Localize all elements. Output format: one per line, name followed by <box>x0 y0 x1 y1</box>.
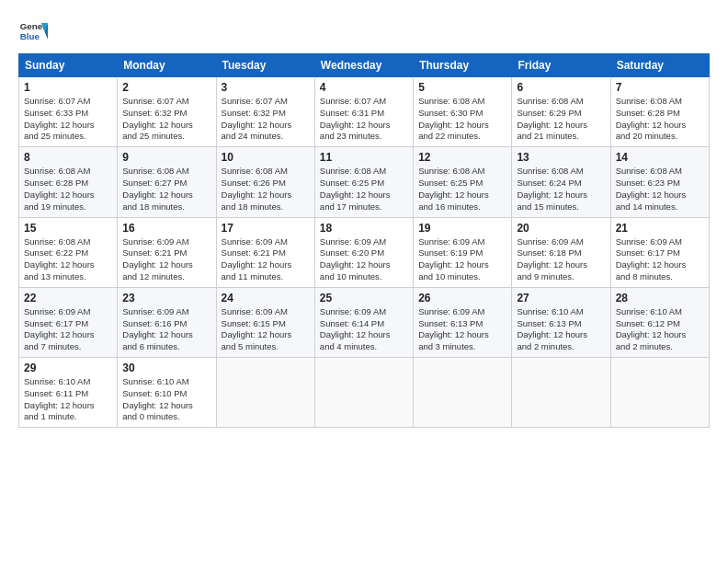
calendar-cell: 9Sunrise: 6:08 AM Sunset: 6:27 PM Daylig… <box>118 147 216 217</box>
day-info: Sunrise: 6:08 AM Sunset: 6:27 PM Dayligh… <box>122 166 210 213</box>
day-info: Sunrise: 6:07 AM Sunset: 6:32 PM Dayligh… <box>122 96 210 143</box>
calendar-cell: 25Sunrise: 6:09 AM Sunset: 6:14 PM Dayli… <box>314 287 413 357</box>
day-info: Sunrise: 6:08 AM Sunset: 6:30 PM Dayligh… <box>418 96 506 143</box>
calendar-cell <box>216 358 314 428</box>
calendar-cell: 21Sunrise: 6:09 AM Sunset: 6:17 PM Dayli… <box>610 217 709 287</box>
day-info: Sunrise: 6:10 AM Sunset: 6:11 PM Dayligh… <box>24 376 112 423</box>
calendar-cell <box>414 358 512 428</box>
day-info: Sunrise: 6:09 AM Sunset: 6:18 PM Dayligh… <box>517 236 605 283</box>
calendar-cell <box>314 358 413 428</box>
day-info: Sunrise: 6:09 AM Sunset: 6:14 PM Dayligh… <box>320 306 408 353</box>
calendar-cell: 26Sunrise: 6:09 AM Sunset: 6:13 PM Dayli… <box>414 287 512 357</box>
day-number: 13 <box>517 151 605 164</box>
day-info: Sunrise: 6:08 AM Sunset: 6:28 PM Dayligh… <box>616 96 704 143</box>
day-number: 11 <box>320 151 408 164</box>
calendar-cell: 20Sunrise: 6:09 AM Sunset: 6:18 PM Dayli… <box>512 217 610 287</box>
calendar-cell: 3Sunrise: 6:07 AM Sunset: 6:32 PM Daylig… <box>216 77 314 147</box>
day-number: 20 <box>517 222 605 235</box>
day-info: Sunrise: 6:10 AM Sunset: 6:10 PM Dayligh… <box>122 376 210 423</box>
day-number: 10 <box>222 151 310 164</box>
day-info: Sunrise: 6:08 AM Sunset: 6:22 PM Dayligh… <box>24 236 112 283</box>
day-info: Sunrise: 6:08 AM Sunset: 6:29 PM Dayligh… <box>517 96 605 143</box>
calendar-week-row: 29Sunrise: 6:10 AM Sunset: 6:11 PM Dayli… <box>19 358 710 428</box>
calendar-cell: 17Sunrise: 6:09 AM Sunset: 6:21 PM Dayli… <box>216 217 314 287</box>
column-header-sunday: Sunday <box>19 54 118 77</box>
calendar-cell: 14Sunrise: 6:08 AM Sunset: 6:23 PM Dayli… <box>610 147 709 217</box>
day-info: Sunrise: 6:10 AM Sunset: 6:13 PM Dayligh… <box>517 306 605 353</box>
calendar-cell <box>610 358 709 428</box>
calendar-cell <box>512 358 610 428</box>
day-number: 22 <box>24 292 112 304</box>
calendar-cell: 13Sunrise: 6:08 AM Sunset: 6:24 PM Dayli… <box>512 147 610 217</box>
day-info: Sunrise: 6:09 AM Sunset: 6:16 PM Dayligh… <box>122 306 210 353</box>
calendar-cell: 11Sunrise: 6:08 AM Sunset: 6:25 PM Dayli… <box>314 147 413 217</box>
column-header-thursday: Thursday <box>414 54 512 77</box>
day-info: Sunrise: 6:08 AM Sunset: 6:24 PM Dayligh… <box>517 166 605 213</box>
day-number: 9 <box>122 151 210 164</box>
column-header-saturday: Saturday <box>610 54 709 77</box>
day-info: Sunrise: 6:09 AM Sunset: 6:20 PM Dayligh… <box>320 236 408 283</box>
calendar-cell: 7Sunrise: 6:08 AM Sunset: 6:28 PM Daylig… <box>610 77 709 147</box>
day-number: 26 <box>418 292 506 304</box>
day-number: 27 <box>517 292 605 304</box>
day-number: 5 <box>418 81 506 94</box>
svg-text:Blue: Blue <box>20 31 40 41</box>
calendar-cell: 22Sunrise: 6:09 AM Sunset: 6:17 PM Dayli… <box>19 287 118 357</box>
day-number: 3 <box>222 81 310 94</box>
day-number: 6 <box>517 81 605 94</box>
column-header-friday: Friday <box>512 54 610 77</box>
day-info: Sunrise: 6:07 AM Sunset: 6:31 PM Dayligh… <box>320 96 408 143</box>
day-info: Sunrise: 6:09 AM Sunset: 6:13 PM Dayligh… <box>418 306 506 353</box>
calendar-cell: 29Sunrise: 6:10 AM Sunset: 6:11 PM Dayli… <box>19 358 118 428</box>
calendar-cell: 28Sunrise: 6:10 AM Sunset: 6:12 PM Dayli… <box>610 287 709 357</box>
calendar-week-row: 8Sunrise: 6:08 AM Sunset: 6:28 PM Daylig… <box>19 147 710 217</box>
calendar-week-row: 1Sunrise: 6:07 AM Sunset: 6:33 PM Daylig… <box>19 77 710 147</box>
day-number: 2 <box>122 81 210 94</box>
day-number: 30 <box>122 362 210 374</box>
day-number: 16 <box>122 222 210 235</box>
day-info: Sunrise: 6:09 AM Sunset: 6:17 PM Dayligh… <box>24 306 112 353</box>
column-header-tuesday: Tuesday <box>216 54 314 77</box>
day-number: 19 <box>418 222 506 235</box>
day-number: 15 <box>24 222 112 235</box>
day-info: Sunrise: 6:08 AM Sunset: 6:23 PM Dayligh… <box>616 166 704 213</box>
calendar-week-row: 22Sunrise: 6:09 AM Sunset: 6:17 PM Dayli… <box>19 287 710 357</box>
calendar-cell: 27Sunrise: 6:10 AM Sunset: 6:13 PM Dayli… <box>512 287 610 357</box>
day-number: 23 <box>122 292 210 304</box>
day-number: 25 <box>320 292 408 304</box>
calendar-week-row: 15Sunrise: 6:08 AM Sunset: 6:22 PM Dayli… <box>19 217 710 287</box>
day-info: Sunrise: 6:07 AM Sunset: 6:32 PM Dayligh… <box>222 96 310 143</box>
calendar-header-row: SundayMondayTuesdayWednesdayThursdayFrid… <box>19 54 710 77</box>
day-info: Sunrise: 6:09 AM Sunset: 6:17 PM Dayligh… <box>616 236 704 283</box>
calendar-cell: 5Sunrise: 6:08 AM Sunset: 6:30 PM Daylig… <box>414 77 512 147</box>
day-number: 17 <box>222 222 310 235</box>
day-info: Sunrise: 6:07 AM Sunset: 6:33 PM Dayligh… <box>24 96 112 143</box>
day-info: Sunrise: 6:08 AM Sunset: 6:25 PM Dayligh… <box>418 166 506 213</box>
day-info: Sunrise: 6:09 AM Sunset: 6:21 PM Dayligh… <box>122 236 210 283</box>
calendar-cell: 18Sunrise: 6:09 AM Sunset: 6:20 PM Dayli… <box>314 217 413 287</box>
calendar-cell: 2Sunrise: 6:07 AM Sunset: 6:32 PM Daylig… <box>118 77 216 147</box>
day-info: Sunrise: 6:09 AM Sunset: 6:15 PM Dayligh… <box>222 306 310 353</box>
calendar-cell: 19Sunrise: 6:09 AM Sunset: 6:19 PM Dayli… <box>414 217 512 287</box>
day-info: Sunrise: 6:08 AM Sunset: 6:25 PM Dayligh… <box>320 166 408 213</box>
calendar-cell: 1Sunrise: 6:07 AM Sunset: 6:33 PM Daylig… <box>19 77 118 147</box>
page: General Blue SundayMondayTuesdayWednesda… <box>0 0 728 437</box>
calendar-cell: 10Sunrise: 6:08 AM Sunset: 6:26 PM Dayli… <box>216 147 314 217</box>
logo: General Blue <box>18 17 48 46</box>
day-number: 28 <box>616 292 704 304</box>
day-number: 7 <box>616 81 704 94</box>
calendar-cell: 15Sunrise: 6:08 AM Sunset: 6:22 PM Dayli… <box>19 217 118 287</box>
day-number: 24 <box>222 292 310 304</box>
calendar-cell: 12Sunrise: 6:08 AM Sunset: 6:25 PM Dayli… <box>414 147 512 217</box>
calendar-cell: 6Sunrise: 6:08 AM Sunset: 6:29 PM Daylig… <box>512 77 610 147</box>
calendar-cell: 16Sunrise: 6:09 AM Sunset: 6:21 PM Dayli… <box>118 217 216 287</box>
column-header-wednesday: Wednesday <box>314 54 413 77</box>
calendar-cell: 8Sunrise: 6:08 AM Sunset: 6:28 PM Daylig… <box>19 147 118 217</box>
day-number: 4 <box>320 81 408 94</box>
day-info: Sunrise: 6:09 AM Sunset: 6:19 PM Dayligh… <box>418 236 506 283</box>
day-number: 14 <box>616 151 704 164</box>
logo-icon: General Blue <box>18 17 48 46</box>
calendar-cell: 4Sunrise: 6:07 AM Sunset: 6:31 PM Daylig… <box>314 77 413 147</box>
day-number: 18 <box>320 222 408 235</box>
calendar-cell: 30Sunrise: 6:10 AM Sunset: 6:10 PM Dayli… <box>118 358 216 428</box>
